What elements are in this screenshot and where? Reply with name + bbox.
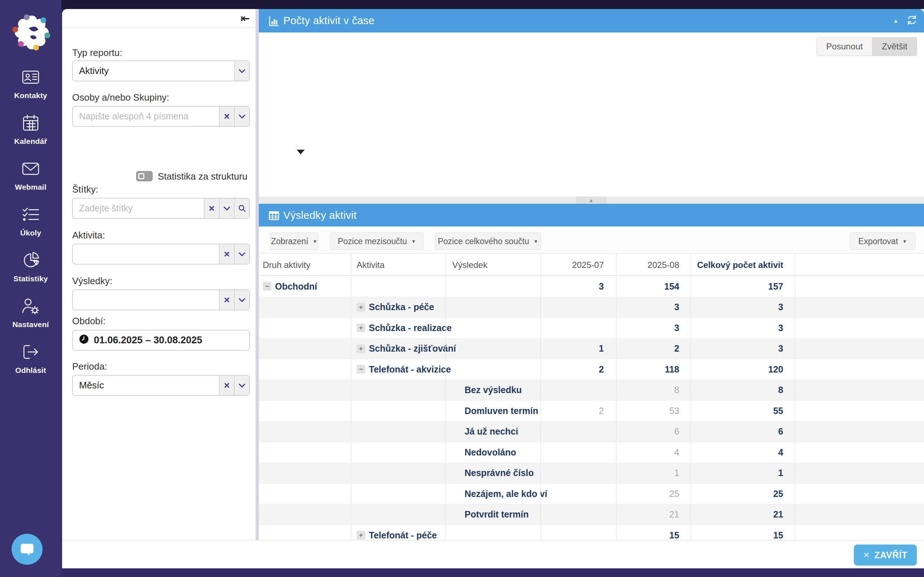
- splitter-handle[interactable]: ▲: [576, 197, 607, 204]
- table-row[interactable]: Domluven termín 2 53 55: [259, 401, 924, 422]
- table-row[interactable]: Nedovoláno 4 4: [259, 442, 924, 463]
- clear-icon[interactable]: ×: [219, 106, 234, 126]
- envelope-icon: [21, 160, 40, 180]
- clear-icon[interactable]: ×: [219, 244, 234, 264]
- exportovat-button[interactable]: Exportovat▼: [850, 233, 915, 250]
- table-row[interactable]: +Schůzka - zjišťování 1 2 3: [259, 338, 924, 359]
- obdobi-label: Období:: [72, 316, 106, 327]
- chevron-down-icon[interactable]: [234, 376, 249, 395]
- sidebar-item-kalendar[interactable]: Kalendář: [0, 114, 61, 154]
- search-icon[interactable]: [234, 198, 249, 218]
- checklist-icon: [21, 205, 40, 226]
- collapse-widget-icon[interactable]: ▲: [893, 18, 898, 24]
- typ-reportu-select[interactable]: Aktivity: [72, 61, 250, 81]
- chevron-down-icon[interactable]: [219, 198, 234, 218]
- sidebar: Kontakty Kalendář Webmail Úkoly Statisti…: [0, 0, 61, 577]
- expand-row-icon[interactable]: +: [357, 303, 365, 311]
- posunout-button[interactable]: Posunout: [816, 37, 872, 56]
- table-row[interactable]: +Telefonát - péče 15 15: [259, 525, 924, 540]
- table-body: −Obchodní 3 154 157 +Schůzka - péče 3 3 …: [259, 276, 924, 540]
- contacts-card-icon: [21, 68, 40, 88]
- zvetsit-button[interactable]: Zvětšit: [872, 37, 917, 56]
- sidebar-item-label: Webmail: [15, 183, 46, 192]
- column-header[interactable]: 2025-07: [541, 253, 610, 276]
- table-row[interactable]: Já už nechci 6 6: [259, 422, 924, 443]
- clear-icon[interactable]: ×: [219, 290, 234, 310]
- chevron-down-icon[interactable]: [234, 244, 249, 264]
- sidebar-item-statistiky[interactable]: Statistiky: [0, 251, 61, 292]
- collapse-row-icon[interactable]: −: [263, 282, 271, 291]
- obdobi-value: 01.06.2025 – 30.08.2025: [94, 335, 202, 346]
- table-row[interactable]: −Obchodní 3 154 157: [259, 276, 924, 297]
- logout-icon: [21, 343, 40, 363]
- zavrit-button[interactable]: × ZAVŘÍT: [854, 545, 917, 566]
- close-icon: ×: [863, 549, 869, 561]
- table-row[interactable]: Nezájem, ale kdo ví 25 25: [259, 484, 924, 504]
- calendar-icon: [21, 114, 40, 134]
- filter-panel: ⇤ Typ reportu: Aktivity Osoby a/nebo Sku…: [62, 9, 255, 540]
- clear-icon[interactable]: ×: [219, 376, 234, 395]
- pozice-celkoveho-souctu-button[interactable]: Pozice celkového součtu▼: [435, 233, 541, 250]
- obdobi-picker[interactable]: 01.06.2025 – 30.08.2025: [72, 330, 250, 351]
- typ-reportu-value: Aktivity: [73, 65, 234, 76]
- sidebar-item-odhlasit[interactable]: Odhlásit: [0, 343, 61, 383]
- table-row[interactable]: Bez výsledku 8 8: [259, 380, 924, 401]
- expand-row-icon[interactable]: +: [357, 531, 365, 540]
- modal-footer: × ZAVŘÍT: [62, 540, 924, 568]
- vysledky-input[interactable]: ×: [72, 290, 250, 310]
- table-row[interactable]: +Schůzka - péče 3 3: [259, 297, 924, 318]
- chevron-down-icon[interactable]: [234, 290, 249, 310]
- pozice-mezisouctu-button[interactable]: Pozice mezisoučtu▼: [330, 233, 423, 250]
- chart-panel-title: Počty aktivit v čase: [283, 15, 375, 27]
- table-row[interactable]: Potvrdit termín 21 21: [259, 504, 924, 525]
- dropdown-icon: ▼: [902, 239, 907, 244]
- column-header[interactable]: Celkový počet aktivit: [691, 253, 789, 276]
- chat-bubble-button[interactable]: [11, 534, 43, 565]
- sidebar-item-label: Kontakty: [14, 91, 47, 100]
- typ-reportu-label: Typ reportu:: [72, 47, 122, 58]
- table-toolbar: Zobrazení▼ Pozice mezisoučtu▼ Pozice cel…: [259, 226, 924, 253]
- statistika-toggle[interactable]: [136, 171, 153, 181]
- aktivita-input[interactable]: ×: [72, 244, 250, 264]
- column-header[interactable]: Druh aktivity: [263, 253, 310, 276]
- sidebar-item-webmail[interactable]: Webmail: [0, 160, 61, 200]
- chart-panel-header: Počty aktivit v čase ▲: [259, 9, 924, 32]
- panel-splitter[interactable]: ▲: [259, 197, 924, 204]
- collapse-panel-icon[interactable]: ⇤: [241, 12, 250, 24]
- sidebar-item-label: Statistiky: [13, 274, 48, 283]
- zobrazeni-button[interactable]: Zobrazení▼: [270, 233, 318, 250]
- clear-icon[interactable]: ×: [204, 198, 219, 218]
- sidebar-item-nastaveni[interactable]: Nastavení: [0, 297, 61, 337]
- dropdown-icon: ▼: [313, 239, 317, 244]
- chart-mode-buttons: Posunout Zvětšit: [816, 37, 917, 56]
- sidebar-item-label: Úkoly: [20, 229, 41, 237]
- perioda-label: Perioda:: [72, 361, 107, 372]
- expand-row-icon[interactable]: +: [357, 344, 365, 353]
- vysledky-label: Výsledky:: [72, 276, 112, 287]
- collapse-row-icon[interactable]: −: [357, 365, 365, 374]
- expand-row-icon[interactable]: +: [357, 324, 365, 332]
- refresh-icon[interactable]: [906, 15, 918, 27]
- column-header[interactable]: Výsledek: [452, 253, 487, 276]
- osoby-input[interactable]: Napište alespoň 4 písmena ×: [72, 106, 250, 127]
- osoby-label: Osoby a/nebo Skupiny:: [72, 92, 169, 103]
- aktivita-label: Aktivita:: [72, 230, 105, 241]
- app-logo[interactable]: [10, 11, 53, 54]
- table-row[interactable]: +Schůzka - realizace 3 3: [259, 318, 924, 338]
- dropdown-icon: ▼: [533, 239, 538, 244]
- table-row[interactable]: Nesprávné číslo 1 1: [259, 463, 924, 484]
- stitky-input[interactable]: Zadejte štítky ×: [72, 198, 250, 219]
- perioda-select[interactable]: Měsíc ×: [72, 375, 250, 396]
- sidebar-item-ukoly[interactable]: Úkoly: [0, 205, 61, 246]
- column-header[interactable]: 2025-08: [617, 253, 684, 276]
- chevron-down-icon[interactable]: [234, 61, 249, 81]
- column-header[interactable]: Aktivita: [357, 253, 384, 276]
- table-row[interactable]: −Telefonát - akvizice 2 118 120: [259, 359, 924, 380]
- stitky-label: Štítky:: [72, 184, 98, 195]
- osoby-placeholder: Napište alespoň 4 písmena: [73, 111, 219, 121]
- expand-more-icon[interactable]: [297, 150, 305, 154]
- chevron-down-icon[interactable]: [234, 106, 249, 126]
- dark-backdrop-strip: [61, 0, 924, 9]
- sidebar-item-kontakty[interactable]: Kontakty: [0, 68, 61, 108]
- panel-scrollbar[interactable]: [255, 9, 259, 540]
